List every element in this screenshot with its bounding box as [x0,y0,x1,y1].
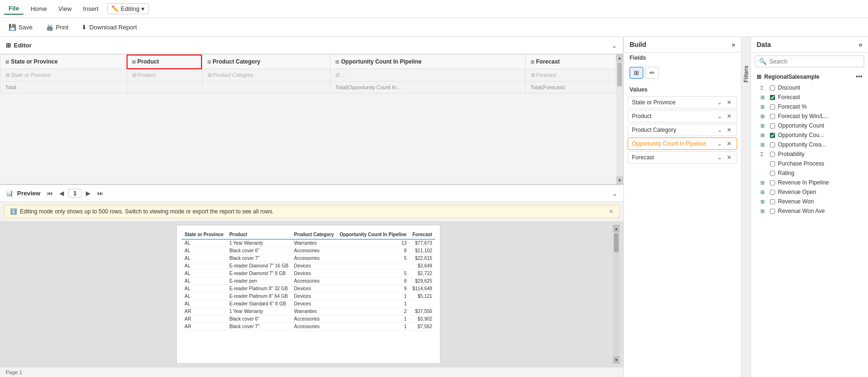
scroll-down-btn[interactable]: ▼ [616,176,623,184]
data-item[interactable]: ⊞ Opportunity Count [751,121,868,130]
data-item-checkbox[interactable] [770,142,775,147]
next-page-btn[interactable]: ▶ [83,189,93,198]
data-item[interactable]: ⊞ Revenue In Pipeline [751,178,868,187]
data-item-checkbox[interactable] [770,209,775,214]
data-item-checkbox[interactable] [770,171,775,176]
build-value-row[interactable]: Product ⌄ ✕ [628,110,737,122]
value-chevron-icon[interactable]: ⌄ [716,154,723,161]
data-item[interactable]: ⊞ Revenue Open [751,187,868,197]
preview-scroll-down[interactable]: ▼ [613,356,620,364]
menu-file[interactable]: File [4,3,24,15]
data-item-checkbox[interactable] [770,180,775,185]
data-item[interactable]: ⊞ Opportunity Cou... [751,130,868,140]
value-close-icon[interactable]: ✕ [725,140,733,147]
data-item-label: Rating [778,170,795,176]
preview-cell: 8 [337,277,410,285]
build-edit-icon-btn[interactable]: ✏ [645,67,659,79]
data-item-checkbox[interactable] [770,104,775,110]
table-type-icon: ⊞ [760,113,767,120]
preview-cell: AL [182,270,226,277]
value-chevron-icon[interactable]: ⌄ [716,126,723,134]
value-close-icon[interactable]: ✕ [725,112,733,120]
build-value-row[interactable]: Opportunity Count In Pipeline ⌄ ✕ [628,138,737,150]
download-button[interactable]: ⬇ Download Report [79,22,139,32]
cell-total-empty2 [202,82,330,93]
value-close-icon[interactable]: ✕ [725,126,733,134]
build-value-row[interactable]: Product Category ⌄ ✕ [628,124,737,136]
data-item-checkbox[interactable] [770,95,775,100]
data-expand-icon[interactable]: » [859,41,862,48]
preview-cell: AL [182,255,226,262]
scroll-track[interactable] [616,62,623,176]
preview-cell: AL [182,293,226,300]
table-type-icon: ⊞ [760,132,767,138]
data-item[interactable]: ⊞ Revenue Won Ave [751,206,868,216]
data-item-checkbox[interactable] [770,85,775,91]
menu-insert[interactable]: Insert [78,3,103,14]
first-page-btn[interactable]: ⏮ [44,189,55,198]
data-item-label: Forecast [778,94,800,101]
preview-cell: 13 [337,239,410,247]
menu-view[interactable]: View [54,3,76,14]
editor-collapse-icon[interactable]: ⌄ [612,42,617,49]
col-header-product[interactable]: ⊞Product [127,55,202,69]
table-icon-4: ⊞ [335,59,339,64]
data-item-checkbox[interactable] [770,161,775,166]
preview-cell: AR [182,308,226,315]
build-value-row[interactable]: State or Province ⌄ ✕ [628,96,737,109]
data-item-label: Probability [778,151,804,157]
scroll-thumb[interactable] [617,63,622,86]
save-button[interactable]: 💾 Save [6,22,36,32]
data-item[interactable]: Purchase Process [751,159,868,168]
preview-col-opp: Opportunity Count In Pipeline [337,230,410,239]
chevron-down-icon: ▾ [141,5,145,12]
value-close-icon[interactable]: ✕ [725,99,733,106]
preview-scroll-up[interactable]: ▲ [613,225,620,232]
search-input[interactable] [769,58,860,65]
data-item[interactable]: Σ Probability [751,149,868,159]
value-close-icon[interactable]: ✕ [725,154,733,161]
data-source[interactable]: ⊞ RegionalSalesample ••• [751,70,868,83]
value-chevron-icon[interactable]: ⌄ [716,140,723,147]
data-item[interactable]: Σ Discount [751,83,868,92]
data-item[interactable]: ⊞ Forecast by Win/L... [751,111,868,121]
data-item-checkbox[interactable] [770,114,775,119]
preview-cell: Warranties [291,308,337,315]
data-item-checkbox[interactable] [770,190,775,195]
data-item[interactable]: ⊞ Revenue Won [751,197,868,206]
data-item[interactable]: ⊞ Forecast % [751,102,868,111]
data-item-checkbox[interactable] [770,152,775,157]
value-chevron-icon[interactable]: ⌄ [716,112,723,120]
preview-scroll-track[interactable] [613,232,620,356]
info-close-btn[interactable]: ✕ [609,208,613,215]
data-item-checkbox[interactable] [770,133,775,138]
preview-collapse-icon[interactable]: ⌄ [612,190,618,197]
search-box[interactable]: 🔍 [755,55,864,67]
editor-title: Editor [14,42,32,49]
print-button[interactable]: 🖨️ Print [43,22,72,32]
preview-cell: $114,648 [410,285,435,293]
preview-scroll-thumb[interactable] [614,233,619,252]
build-expand-icon[interactable]: » [731,41,735,48]
build-value-row[interactable]: Forecast ⌄ ✕ [628,151,737,164]
data-item[interactable]: ⊞ Opportunity Crea... [751,140,868,149]
main-layout: ⊞ Editor ⌄ ⊞State or Province [0,37,868,377]
menu-home[interactable]: Home [26,3,52,14]
editing-button[interactable]: ✏️ Editing ▾ [107,3,149,14]
page-number[interactable]: 1 [68,189,82,198]
build-table-icon-btn[interactable]: ⊞ [630,67,643,79]
preview-cell: 5 [337,255,410,262]
prev-page-btn[interactable]: ◀ [57,189,66,198]
value-chevron-icon[interactable]: ⌄ [716,99,723,106]
filters-label[interactable]: Filters [743,65,749,83]
data-item-checkbox[interactable] [770,123,775,129]
data-item[interactable]: ⊞ Forecast [751,92,868,102]
editor-scrollbar[interactable]: ▲ ▼ [616,54,623,184]
preview-title: Preview [17,190,40,197]
data-item[interactable]: Rating [751,168,868,178]
preview-scrollbar[interactable]: ▲ ▼ [613,225,620,364]
data-source-menu-icon[interactable]: ••• [856,73,862,80]
data-item-checkbox[interactable] [770,199,775,204]
scroll-up-btn[interactable]: ▲ [616,54,623,62]
last-page-btn[interactable]: ⏭ [95,189,106,198]
